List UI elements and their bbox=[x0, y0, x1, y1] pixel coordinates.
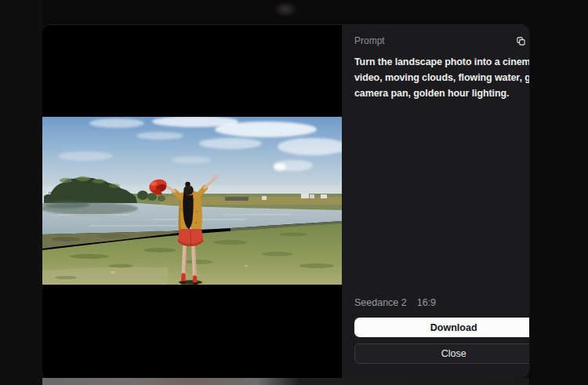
background-glow bbox=[274, 2, 297, 17]
close-button[interactable]: Close bbox=[354, 343, 529, 364]
copy-icon bbox=[517, 37, 525, 45]
model-name: Seedance 2 bbox=[354, 297, 407, 308]
aspect-ratio-label: 16:9 bbox=[417, 297, 436, 308]
prompt-text-line: camera pan, golden hour lighting. bbox=[354, 85, 529, 101]
page-content-below-modal bbox=[42, 378, 529, 385]
shoes bbox=[181, 281, 187, 285]
prompt-text: Turn the landscape photo into a cinemati… bbox=[354, 54, 529, 101]
prompt-label: Prompt bbox=[354, 35, 385, 46]
copy-button[interactable]: Copy bbox=[517, 35, 529, 46]
video-preview[interactable] bbox=[42, 25, 342, 378]
generation-result-dialog: Prompt Copy Turn the landscape photo int… bbox=[42, 25, 529, 378]
backdrop-left-edge bbox=[0, 0, 42, 385]
panel-spacer bbox=[354, 101, 529, 297]
prompt-text-line: Turn the landscape photo into a cinemati… bbox=[354, 54, 529, 70]
prompt-text-line: video, moving clouds, flowing water, gen… bbox=[354, 70, 529, 85]
generated-landscape-photo bbox=[42, 117, 342, 285]
generation-meta: Seedance 2 16:9 bbox=[354, 297, 529, 308]
details-panel: Prompt Copy Turn the landscape photo int… bbox=[342, 25, 529, 378]
download-button[interactable]: Download bbox=[354, 318, 529, 337]
